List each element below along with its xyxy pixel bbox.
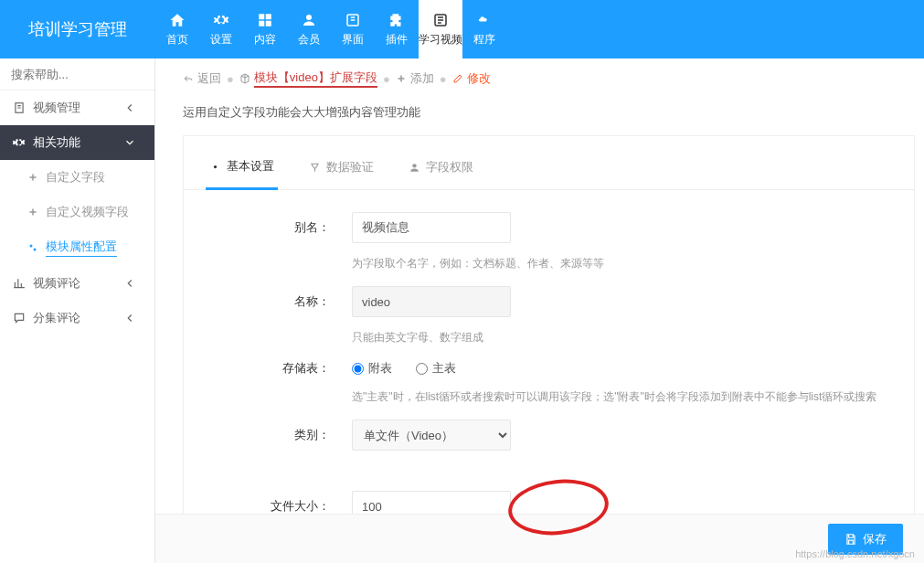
brand-title: 培训学习管理 (0, 0, 155, 58)
bc-modify[interactable]: 修改 (452, 70, 491, 87)
sidebar-item-episode-comments[interactable]: 分集评论 (0, 301, 154, 335)
gear-icon (13, 136, 26, 149)
bc-add[interactable]: 添加 (396, 70, 434, 87)
nav-content[interactable]: 内容 (243, 0, 287, 58)
form-panel: 基本设置 数据验证 字段权限 别名： 为字段取个名字，例如：文档标题、作者、来源… (183, 135, 915, 563)
radio-main-table[interactable]: 主表 (416, 360, 456, 377)
sidebar-sub-module-config[interactable]: 模块属性配置 (0, 229, 154, 266)
svg-rect-0 (259, 14, 264, 19)
gear-icon (209, 161, 221, 173)
sidebar-sub-custom-video-field[interactable]: 自定义视频字段 (0, 195, 154, 229)
nav-home[interactable]: 首页 (155, 0, 199, 58)
sidebar-item-video-comments[interactable]: 视频评论 (0, 266, 154, 301)
plus-icon (396, 73, 407, 84)
alias-input[interactable] (352, 212, 511, 243)
sidebar-item-video-mgmt[interactable]: 视频管理 (0, 90, 154, 125)
nav-member[interactable]: 会员 (287, 0, 331, 58)
svg-rect-3 (266, 20, 271, 26)
sidebar-item-related[interactable]: 相关功能 (0, 125, 154, 160)
save-icon (844, 533, 857, 546)
page-desc: 运用自定义字段功能会大大增强内容管理功能 (155, 99, 924, 135)
sidebar: 视频管理 相关功能 自定义字段 自定义视频字段 模块属性配置 视频评论 分集评论 (0, 58, 155, 563)
svg-point-11 (412, 164, 416, 167)
type-select[interactable]: 单文件（Video） (352, 420, 511, 451)
user-icon (409, 162, 420, 174)
sidebar-sub-custom-field[interactable]: 自定义字段 (0, 160, 154, 195)
nav-video[interactable]: 学习视频 (419, 0, 462, 58)
size-label: 文件大小： (206, 498, 352, 515)
gears-icon (27, 242, 38, 253)
plus-icon (27, 207, 38, 218)
tab-permission[interactable]: 字段权限 (405, 145, 477, 189)
bc-back[interactable]: 返回 (183, 70, 221, 87)
chevron-left-icon (123, 312, 136, 324)
plus-icon (27, 172, 38, 183)
content-area: 返回 ● 模块【video】扩展字段 ● 添加 ● 修改 运用自定义字段功能会大… (155, 58, 924, 563)
name-input[interactable] (352, 286, 511, 317)
alias-hint: 为字段取个名字，例如：文档标题、作者、来源等等 (206, 252, 892, 286)
page-icon (13, 101, 26, 114)
table-label: 存储表： (206, 360, 352, 377)
name-label: 名称： (206, 293, 352, 310)
reply-icon (183, 73, 194, 84)
type-label: 类别： (206, 427, 352, 443)
table-hint: 选"主表"时，在list循环或者搜索时可以调用该字段；选"附表"时会将字段添加到… (206, 386, 892, 420)
tabs: 基本设置 数据验证 字段权限 (184, 145, 914, 190)
svg-rect-2 (259, 20, 264, 26)
edit-icon (452, 73, 463, 84)
svg-point-8 (30, 245, 33, 248)
nav-ui[interactable]: 界面 (331, 0, 375, 58)
svg-point-4 (306, 15, 312, 20)
svg-point-9 (34, 249, 37, 251)
chevron-left-icon (123, 277, 136, 290)
chevron-left-icon (123, 101, 136, 114)
chevron-down-icon (123, 136, 136, 149)
tab-basic[interactable]: 基本设置 (206, 145, 278, 190)
top-nav: 首页 设置 内容 会员 界面 插件 学习视频 程序 (155, 0, 506, 58)
nav-plugin[interactable]: 插件 (375, 0, 419, 58)
nav-program[interactable]: 程序 (462, 0, 506, 58)
nav-settings[interactable]: 设置 (199, 0, 243, 58)
svg-point-10 (214, 165, 217, 167)
svg-rect-1 (266, 14, 271, 19)
alias-label: 别名： (206, 219, 352, 236)
breadcrumb: 返回 ● 模块【video】扩展字段 ● 添加 ● 修改 (155, 58, 924, 99)
filter-icon (309, 162, 321, 174)
cube-icon (239, 73, 250, 84)
watermark: https://blog.csdn.net/xgocn (795, 548, 915, 559)
radio-sub-table[interactable]: 附表 (352, 360, 392, 377)
name-hint: 只能由英文字母、数字组成 (206, 326, 892, 360)
search-input[interactable] (11, 68, 143, 81)
chart-icon (13, 277, 26, 290)
comment-icon (13, 312, 26, 324)
bc-module[interactable]: 模块【video】扩展字段 (239, 69, 377, 88)
tab-validation[interactable]: 数据验证 (305, 145, 377, 189)
